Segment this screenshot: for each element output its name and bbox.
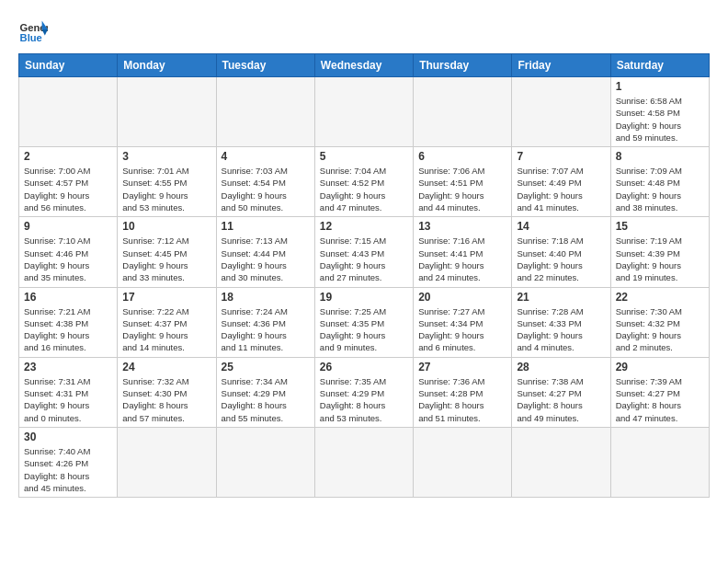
calendar-cell: [118, 77, 216, 147]
day-info: Sunrise: 7:22 AM Sunset: 4:37 PM Dayligh…: [122, 305, 210, 354]
day-number: 19: [320, 291, 408, 304]
day-info: Sunrise: 7:03 AM Sunset: 4:54 PM Dayligh…: [222, 165, 310, 213]
weekday-header-tuesday: Tuesday: [216, 54, 314, 77]
day-info: Sunrise: 7:27 AM Sunset: 4:34 PM Dayligh…: [418, 305, 506, 354]
day-info: Sunrise: 7:40 AM Sunset: 4:26 PM Dayligh…: [24, 445, 112, 494]
page: General Blue SundayMondayTuesdayWednesda…: [0, 0, 728, 507]
calendar-week-row: 9Sunrise: 7:10 AM Sunset: 4:46 PM Daylig…: [19, 217, 710, 287]
day-number: 17: [122, 291, 210, 304]
calendar-cell: 19Sunrise: 7:25 AM Sunset: 4:35 PM Dayli…: [314, 287, 413, 357]
calendar-cell: 5Sunrise: 7:04 AM Sunset: 4:52 PM Daylig…: [314, 147, 413, 217]
calendar-cell: 21Sunrise: 7:28 AM Sunset: 4:33 PM Dayli…: [512, 287, 610, 357]
weekday-header-wednesday: Wednesday: [314, 54, 413, 77]
calendar-cell: 4Sunrise: 7:03 AM Sunset: 4:54 PM Daylig…: [216, 147, 314, 217]
calendar-cell: [512, 427, 610, 497]
calendar-cell: 17Sunrise: 7:22 AM Sunset: 4:37 PM Dayli…: [118, 287, 216, 357]
day-info: Sunrise: 7:04 AM Sunset: 4:52 PM Dayligh…: [320, 165, 408, 213]
calendar-week-row: 30Sunrise: 7:40 AM Sunset: 4:26 PM Dayli…: [19, 427, 710, 497]
calendar-cell: [118, 427, 216, 497]
calendar-cell: 27Sunrise: 7:36 AM Sunset: 4:28 PM Dayli…: [414, 357, 512, 427]
day-info: Sunrise: 7:21 AM Sunset: 4:38 PM Dayligh…: [24, 305, 112, 354]
day-number: 30: [24, 431, 112, 443]
calendar-cell: [610, 427, 709, 497]
day-number: 4: [222, 150, 310, 163]
day-number: 26: [320, 361, 408, 373]
calendar-cell: 28Sunrise: 7:38 AM Sunset: 4:27 PM Dayli…: [512, 357, 610, 427]
calendar-cell: 20Sunrise: 7:27 AM Sunset: 4:34 PM Dayli…: [414, 287, 512, 357]
calendar-cell: 15Sunrise: 7:19 AM Sunset: 4:39 PM Dayli…: [610, 217, 709, 287]
day-info: Sunrise: 7:00 AM Sunset: 4:57 PM Dayligh…: [24, 165, 112, 213]
calendar-cell: [19, 77, 118, 147]
day-number: 28: [517, 361, 605, 373]
calendar-cell: 12Sunrise: 7:15 AM Sunset: 4:43 PM Dayli…: [314, 217, 413, 287]
day-info: Sunrise: 7:32 AM Sunset: 4:30 PM Dayligh…: [122, 375, 210, 424]
calendar-cell: 9Sunrise: 7:10 AM Sunset: 4:46 PM Daylig…: [19, 217, 118, 287]
day-info: Sunrise: 7:38 AM Sunset: 4:27 PM Dayligh…: [517, 375, 605, 424]
day-info: Sunrise: 7:09 AM Sunset: 4:48 PM Dayligh…: [616, 165, 704, 213]
calendar-week-row: 2Sunrise: 7:00 AM Sunset: 4:57 PM Daylig…: [19, 147, 710, 217]
calendar-cell: [414, 77, 512, 147]
day-number: 6: [418, 150, 506, 163]
header: General Blue: [18, 15, 710, 44]
day-info: Sunrise: 7:13 AM Sunset: 4:44 PM Dayligh…: [222, 235, 310, 283]
day-info: Sunrise: 7:25 AM Sunset: 4:35 PM Dayligh…: [320, 305, 408, 354]
calendar-cell: 22Sunrise: 7:30 AM Sunset: 4:32 PM Dayli…: [610, 287, 709, 357]
day-info: Sunrise: 7:06 AM Sunset: 4:51 PM Dayligh…: [418, 165, 506, 213]
day-number: 14: [517, 220, 605, 233]
calendar-week-row: 23Sunrise: 7:31 AM Sunset: 4:31 PM Dayli…: [19, 357, 710, 427]
day-number: 16: [24, 291, 112, 304]
day-number: 24: [122, 361, 210, 373]
day-number: 12: [320, 220, 408, 233]
day-info: Sunrise: 7:18 AM Sunset: 4:40 PM Dayligh…: [517, 235, 605, 283]
calendar-cell: 1Sunrise: 6:58 AM Sunset: 4:58 PM Daylig…: [610, 77, 709, 147]
day-number: 22: [616, 291, 704, 304]
calendar-table: SundayMondayTuesdayWednesdayThursdayFrid…: [18, 53, 710, 498]
weekday-header-row: SundayMondayTuesdayWednesdayThursdayFrid…: [19, 54, 710, 77]
day-number: 13: [418, 220, 506, 233]
calendar-cell: [314, 427, 413, 497]
calendar-cell: [216, 427, 314, 497]
day-info: Sunrise: 7:30 AM Sunset: 4:32 PM Dayligh…: [616, 305, 704, 354]
day-info: Sunrise: 7:31 AM Sunset: 4:31 PM Dayligh…: [24, 375, 112, 424]
day-info: Sunrise: 7:34 AM Sunset: 4:29 PM Dayligh…: [222, 375, 310, 424]
calendar-cell: 16Sunrise: 7:21 AM Sunset: 4:38 PM Dayli…: [19, 287, 118, 357]
calendar-cell: 14Sunrise: 7:18 AM Sunset: 4:40 PM Dayli…: [512, 217, 610, 287]
day-info: Sunrise: 7:07 AM Sunset: 4:49 PM Dayligh…: [517, 165, 605, 213]
weekday-header-friday: Friday: [512, 54, 610, 77]
day-number: 9: [24, 220, 112, 233]
logo-icon: General Blue: [18, 15, 48, 44]
day-number: 21: [517, 291, 605, 304]
day-number: 1: [616, 80, 704, 93]
day-number: 25: [222, 361, 310, 373]
day-number: 15: [616, 220, 704, 233]
day-info: Sunrise: 7:36 AM Sunset: 4:28 PM Dayligh…: [418, 375, 506, 424]
weekday-header-sunday: Sunday: [19, 54, 118, 77]
calendar-week-row: 16Sunrise: 7:21 AM Sunset: 4:38 PM Dayli…: [19, 287, 710, 357]
calendar-cell: [216, 77, 314, 147]
calendar-cell: 2Sunrise: 7:00 AM Sunset: 4:57 PM Daylig…: [19, 147, 118, 217]
calendar-cell: 23Sunrise: 7:31 AM Sunset: 4:31 PM Dayli…: [19, 357, 118, 427]
calendar-cell: 30Sunrise: 7:40 AM Sunset: 4:26 PM Dayli…: [19, 427, 118, 497]
logo: General Blue: [18, 15, 48, 44]
day-number: 11: [222, 220, 310, 233]
day-info: Sunrise: 7:12 AM Sunset: 4:45 PM Dayligh…: [122, 235, 210, 283]
day-info: Sunrise: 6:58 AM Sunset: 4:58 PM Dayligh…: [616, 95, 704, 144]
day-number: 10: [122, 220, 210, 233]
day-number: 2: [24, 150, 112, 163]
day-info: Sunrise: 7:24 AM Sunset: 4:36 PM Dayligh…: [222, 305, 310, 354]
weekday-header-thursday: Thursday: [414, 54, 512, 77]
day-info: Sunrise: 7:39 AM Sunset: 4:27 PM Dayligh…: [616, 375, 704, 424]
day-number: 8: [616, 150, 704, 163]
day-info: Sunrise: 7:35 AM Sunset: 4:29 PM Dayligh…: [320, 375, 408, 424]
calendar-cell: 11Sunrise: 7:13 AM Sunset: 4:44 PM Dayli…: [216, 217, 314, 287]
calendar-cell: 26Sunrise: 7:35 AM Sunset: 4:29 PM Dayli…: [314, 357, 413, 427]
calendar-cell: 25Sunrise: 7:34 AM Sunset: 4:29 PM Dayli…: [216, 357, 314, 427]
calendar-cell: [314, 77, 413, 147]
day-info: Sunrise: 7:28 AM Sunset: 4:33 PM Dayligh…: [517, 305, 605, 354]
day-number: 23: [24, 361, 112, 373]
day-number: 27: [418, 361, 506, 373]
calendar-cell: [414, 427, 512, 497]
day-number: 7: [517, 150, 605, 163]
calendar-cell: 10Sunrise: 7:12 AM Sunset: 4:45 PM Dayli…: [118, 217, 216, 287]
svg-text:Blue: Blue: [20, 32, 42, 43]
